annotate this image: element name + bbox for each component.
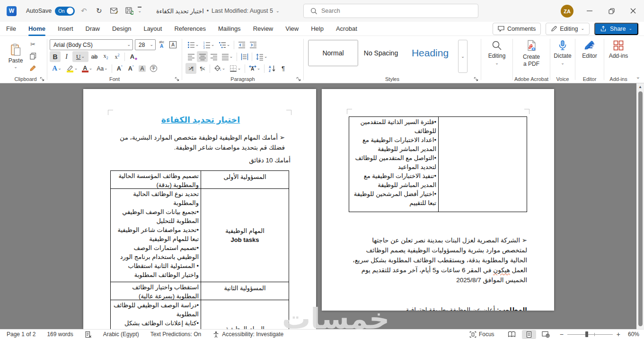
tab-layout[interactable]: Layout (137, 22, 168, 36)
redo-icon[interactable]: ↻ (93, 5, 105, 17)
font-color-button[interactable]: A⌄ (80, 63, 94, 74)
language-indicator[interactable]: Arabic (Egypt) (103, 331, 139, 338)
character-shading-button[interactable]: A (137, 63, 148, 74)
quick-access-chevron-icon[interactable]: ⌄ (135, 9, 144, 13)
enclose-characters-button[interactable]: 字 (148, 63, 159, 74)
search-box[interactable] (303, 4, 478, 18)
decrease-indent-button[interactable] (236, 39, 247, 50)
share-button[interactable]: Share ⌄ (594, 23, 638, 35)
line-spacing-button[interactable]: ⌄ (254, 51, 269, 62)
numbering-button[interactable]: 123⌄ (201, 39, 216, 50)
bullets-button[interactable]: ⌄ (185, 39, 201, 50)
tab-references[interactable]: References (168, 22, 212, 36)
tab-home[interactable]: Home (22, 22, 52, 36)
style-normal[interactable]: Normal (308, 40, 358, 66)
word-count[interactable]: 169 words (47, 331, 73, 338)
strikethrough-button[interactable]: ab (89, 51, 100, 62)
vertical-scrollbar[interactable]: ▲ (636, 83, 644, 329)
editing-mode-button[interactable]: Editing ⌄ (546, 23, 590, 35)
comments-button[interactable]: Comments (493, 23, 541, 35)
accessibility-status[interactable]: Accessibility: Investigate (212, 331, 283, 338)
document-title[interactable]: اختبار تحديد الكفاءة • Last Modified: Au… (156, 8, 279, 15)
proofing-status-icon[interactable] (85, 331, 92, 338)
font-name-combo[interactable]: Arial (Body CS)⌄ (50, 39, 133, 50)
distributed-button[interactable] (239, 51, 250, 62)
zoom-in-button[interactable]: + (617, 331, 620, 338)
tab-review[interactable]: Review (247, 22, 280, 36)
change-case-button[interactable]: Aa⌄ (95, 63, 110, 74)
addins-button[interactable]: Add-ins (605, 39, 632, 74)
zoom-slider[interactable] (567, 331, 613, 338)
read-mode-button[interactable] (505, 330, 519, 339)
close-button[interactable] (622, 0, 644, 22)
increase-indent-button[interactable] (247, 39, 258, 50)
focus-mode-button[interactable]: Focus (469, 331, 494, 338)
zoom-percentage[interactable]: 60% (625, 331, 639, 338)
save-sync-icon[interactable] (123, 5, 135, 17)
tab-view[interactable]: View (279, 22, 305, 36)
align-center-button[interactable] (197, 51, 208, 62)
font-size-combo[interactable]: 28⌄ (135, 39, 156, 50)
tab-insert[interactable]: Insert (52, 22, 79, 36)
style-heading[interactable]: Heading (404, 40, 457, 66)
dictate-button[interactable]: Dictate ⌄ (551, 39, 574, 74)
format-painter-button[interactable] (27, 62, 38, 73)
subscript-button[interactable]: x2 (100, 51, 111, 62)
superscript-button[interactable]: x2 (112, 51, 123, 62)
styles-dialog-launcher[interactable] (474, 77, 478, 81)
zoom-slider-thumb[interactable] (585, 331, 588, 337)
bold-button[interactable]: B (50, 51, 61, 62)
paragraph-dialog-launcher[interactable] (296, 77, 301, 81)
minimize-button[interactable] (579, 0, 600, 22)
tab-file[interactable]: File (0, 22, 22, 36)
tab-draw[interactable]: Draw (79, 22, 106, 36)
shading-button[interactable]: ⌄ (212, 63, 227, 74)
collapse-ribbon-chevron-icon[interactable]: ⌄ (636, 74, 640, 80)
paste-button[interactable]: Paste ⌄ (5, 39, 26, 74)
character-border-button[interactable]: A (168, 39, 178, 50)
font-dialog-launcher[interactable] (175, 77, 179, 81)
tab-acrobat[interactable]: Acrobat (330, 22, 363, 36)
asian-layout-button[interactable]: A⌄ (247, 63, 262, 74)
align-right-button[interactable] (208, 51, 219, 62)
editing-dropdown-button[interactable]: Editing ⌄ (482, 39, 512, 74)
restore-button[interactable] (600, 0, 622, 22)
scrollbar-thumb[interactable] (638, 91, 643, 326)
tab-design[interactable]: Design (106, 22, 137, 36)
scroll-up-arrow-icon[interactable]: ▲ (636, 85, 644, 89)
autosave-toggle[interactable]: On (55, 7, 75, 16)
shrink-font-button[interactable]: Aˇ (125, 63, 136, 74)
tab-help[interactable]: Help (305, 22, 330, 36)
zoom-out-button[interactable]: − (560, 331, 564, 338)
rtl-text-direction-button[interactable]: >¶ (185, 63, 196, 74)
text-highlight-button[interactable]: ⌄ (64, 63, 79, 74)
clear-formatting-button[interactable]: A◆ (127, 51, 138, 62)
email-icon[interactable] (108, 5, 120, 17)
align-left-button[interactable] (185, 51, 196, 62)
styles-gallery-more-button[interactable]: ⌄ (458, 40, 468, 73)
search-input[interactable] (321, 8, 478, 14)
print-layout-button[interactable] (522, 330, 536, 339)
underline-button[interactable]: U⌄ (72, 51, 88, 62)
page-indicator[interactable]: Page 1 of 2 (7, 331, 35, 338)
undo-icon[interactable]: ↶ (78, 5, 90, 17)
show-hide-formatting-button[interactable]: ¶ (278, 63, 289, 74)
italic-button[interactable]: I (61, 51, 72, 62)
text-predictions-indicator[interactable]: Text Predictions: On (150, 331, 201, 338)
create-pdf-button[interactable]: Create a PDF (513, 39, 549, 74)
tab-mailings[interactable]: Mailings (212, 22, 247, 36)
borders-button[interactable]: ⌄ (228, 63, 243, 74)
avatar[interactable]: ZA (561, 5, 573, 18)
clipboard-dialog-launcher[interactable] (40, 77, 44, 81)
document-page-1[interactable]: اختبار تحديد الكفاءة ➢ أمامك المهام الوظ… (83, 89, 316, 329)
editor-button[interactable]: Editor (576, 39, 603, 74)
word-logo-icon[interactable]: W (7, 6, 17, 16)
cut-button[interactable]: ✂ (27, 39, 38, 50)
style-no-spacing[interactable]: No Spacing (358, 40, 404, 66)
document-page-2[interactable]: •فلترة السير الذاتية للمتقدمين للوظائف •… (322, 89, 554, 311)
ltr-text-direction-button[interactable]: ¶< (197, 63, 208, 74)
sort-button[interactable]: AZ (266, 63, 277, 74)
web-layout-button[interactable] (539, 330, 553, 339)
justify-button[interactable]: ⌄ (220, 51, 235, 62)
multilevel-list-button[interactable]: ⌄ (217, 39, 232, 50)
